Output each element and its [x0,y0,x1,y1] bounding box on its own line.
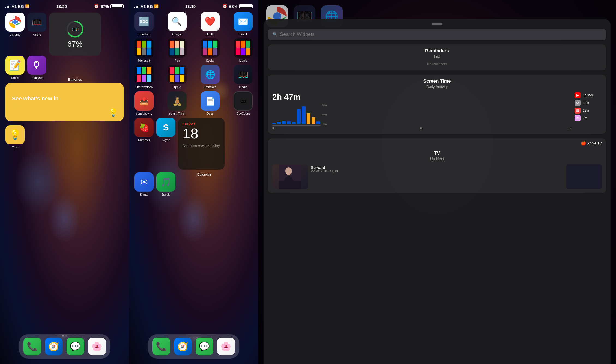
screen-time-total: 2h 47m [272,92,571,102]
app-translate-2[interactable]: 🌐 Translate [201,65,220,89]
dock-messages[interactable]: 💬 [67,338,84,355]
chart-bar-item [277,122,281,124]
insight-label: Insight Timer [169,112,186,115]
phone-1: A1 BG 📶 13:20 ⏰ 67% [0,0,129,364]
reminders-content: No reminders [268,60,606,70]
ios14-highlight: iOS 14 [12,103,29,109]
signal-strength-1 [5,5,10,8]
screen-time-app-list: ▶1h 35m⚙12m▦12m✿5m [575,92,602,121]
app-translate[interactable]: 🔤 Translate [134,12,154,36]
ios14-widget-text: See what's new in iOS 14 [12,95,117,109]
st-app-icon: ⚙ [575,100,581,106]
spotify-label: Spotify [161,193,171,196]
messages-icon: 💬 [67,338,84,355]
folder-music[interactable]: Music [234,38,253,62]
svg-rect-11 [279,181,301,189]
app-podcasts[interactable]: 🎙 Podcasts [27,56,46,82]
notes-icon: 📝 [5,56,25,75]
dock2-safari-icon: 🧭 [174,338,192,355]
tv-header: TV Up Next [268,147,606,162]
apple-folder-icon [168,65,187,84]
social-folder-icon [201,38,220,58]
tv-brand-label: Apple TV [587,141,602,145]
sendany-label: sendanyw... [136,112,152,115]
alarm-icon-1: ⏰ [94,4,99,9]
photos-icon: 🌸 [88,338,106,355]
app-health[interactable]: ❤️ Health [201,12,220,36]
screen-time-chart-area: 2h 47m 60m 30m 0m 00 06 [272,92,571,130]
svg-text:🔍: 🔍 [172,17,182,26]
p2-row5: 🍓 Nutrients S Skype FRIDAY 18 No more ev… [134,118,253,170]
dock2-photos[interactable]: 🌸 [217,338,235,355]
app-sendanywhere[interactable]: 📤 sendanyw... [134,91,154,115]
app-nutrients[interactable]: 🍓 Nutrients [134,118,154,142]
folder-microsoft[interactable]: Microsoft [134,38,154,62]
folder-photovideo[interactable]: Photo&Video [134,65,154,89]
chart-y-labels: 60m 30m 0m [322,104,327,126]
dock2-safari[interactable]: 🧭 [174,338,192,355]
y-label-0m: 0m [322,123,327,126]
skype-label: Skype [162,138,170,142]
app-spotify[interactable]: 🎵 Spotify [156,172,175,196]
chart-bar-item [312,117,315,124]
app-kindle-1[interactable]: 📖 Kindle [27,13,46,56]
battery-icon-2 [239,4,253,8]
calendar-day: FRIDAY [183,122,220,126]
chart-bar-item [287,121,291,124]
podcasts-label: Podcasts [31,76,43,79]
folder-fun[interactable]: Fun [168,38,187,62]
dock-phone[interactable]: 📞 [23,338,41,355]
reminders-widget: Reminders List No reminders [268,44,606,70]
widget-panel: 🔍 Reminders List No reminders Screen Tim… [264,19,611,364]
status-bar-1: A1 BG 📶 13:20 ⏰ 67% [0,0,129,10]
x-label-06: 06 [420,127,423,130]
google-icon: 🔍 [168,12,187,31]
handle-bar [432,23,442,25]
carrier-1: A1 BG [11,4,24,9]
calendar-note: No more events today [183,143,220,148]
email-icon: ✉️ [234,12,253,31]
dock-safari[interactable]: 🧭 [45,338,63,355]
search-widgets-input[interactable] [280,32,602,37]
folder-apple[interactable]: Apple [168,65,187,89]
alarm-icon-2: ⏰ [222,4,228,9]
p2-row1: 🔤 Translate 🔍 Google ❤️ Health [134,12,253,36]
kindle-icon-1: 📖 [27,13,46,32]
fun-label: Fun [175,59,180,62]
dock2-messages[interactable]: 💬 [196,338,213,355]
screen-time-content: 2h 47m 60m 30m 0m 00 06 [268,90,606,134]
safari-icon: 🧭 [45,338,63,355]
dock2-phone[interactable]: 📞 [152,338,170,355]
sendany-icon: 📤 [134,91,154,111]
tv-show-thumbnail[interactable] [272,164,308,189]
tips-label: Tips [12,146,18,149]
app-notes[interactable]: 📝 Notes [5,56,25,82]
music-label: Music [239,59,247,62]
dock2-messages-icon: 💬 [196,338,213,355]
dock-photos[interactable]: 🌸 [88,338,106,355]
app-insight-timer[interactable]: 🧘 Insight Timer [168,91,187,115]
reminders-subtitle: List [272,54,602,59]
dock-2: 📞 🧭 💬 🌸 [148,334,239,359]
app-tips[interactable]: 💡 Tips [5,125,25,149]
search-widgets-bar[interactable]: 🔍 [268,29,606,40]
nutrients-label: Nutrients [138,138,150,142]
app-chrome[interactable]: Chrome [5,13,25,56]
app-email[interactable]: ✉️ Email [234,12,253,36]
battery-label-1: 67% [101,4,109,9]
batteries-widget: 📱 67% [49,13,101,56]
tv-show-name: Servant [311,165,563,170]
app-daycount[interactable]: ∞ DayCount [234,91,253,115]
chart-bar-item [272,123,276,124]
app-google[interactable]: 🔍 Google [168,12,187,36]
app-skype[interactable]: S Skype [156,118,175,142]
signal-label: Signal [140,193,148,196]
ios14-widget[interactable]: See what's new in iOS 14 💡 [5,83,124,121]
app-signal[interactable]: ✉ Signal [134,172,154,196]
app-kindle-2[interactable]: 📖 Kindle [234,65,253,89]
app-docs[interactable]: 📄 Docs [201,91,220,115]
tv-next-thumbnail[interactable] [566,164,602,189]
folder-social[interactable]: Social [201,38,220,62]
st-app-time: 1h 35m [583,93,594,97]
calendar-widget-label-area: Calendar [178,172,230,177]
